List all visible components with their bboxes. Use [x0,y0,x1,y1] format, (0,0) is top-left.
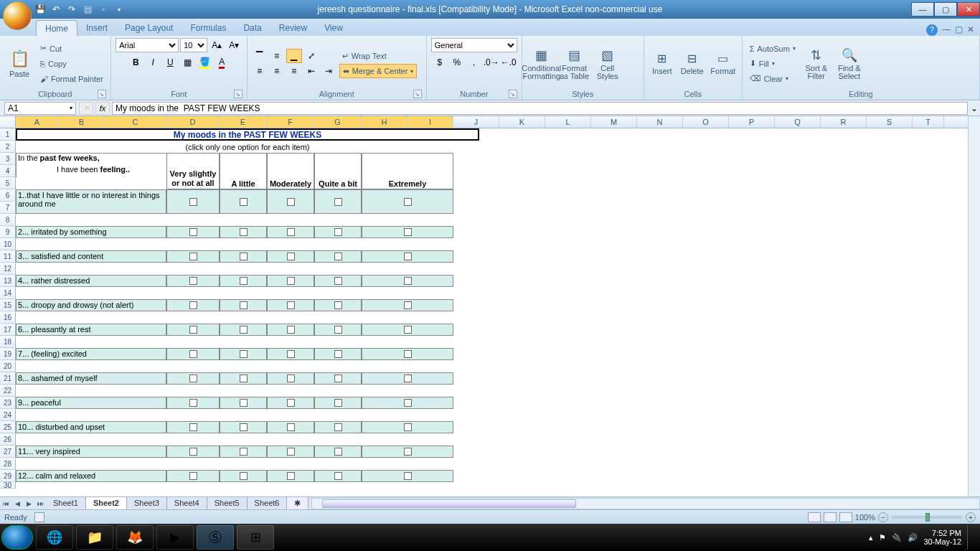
column-header[interactable]: O [683,116,729,128]
option-cell[interactable] [314,470,362,482]
format-as-table-button[interactable]: ▤Format as Table [560,41,590,87]
start-button[interactable] [1,525,33,550]
checkbox[interactable] [334,350,342,358]
option-cell[interactable] [267,250,314,263]
checkbox[interactable] [404,350,412,358]
restore-window-icon[interactable]: ▢ [955,24,963,36]
checkbox[interactable] [189,228,197,236]
align-right-button[interactable]: ≡ [286,64,302,78]
option-cell[interactable] [267,372,314,385]
question-cell[interactable]: 10... disturbed and upset [16,421,166,433]
checkbox[interactable] [189,350,197,358]
checkbox[interactable] [240,198,248,206]
align-top-button[interactable]: ▔ [252,49,268,63]
checkbox[interactable] [189,198,197,206]
alignment-launcher-icon[interactable]: ↘ [413,90,422,98]
column-header[interactable]: F [267,116,314,128]
next-sheet-icon[interactable]: ▶ [23,498,34,509]
row-header[interactable]: 30 [0,482,16,489]
name-box[interactable]: A1▾ [4,102,76,115]
system-clock[interactable]: 7:52 PM 30-May-12 [923,529,961,546]
checkbox[interactable] [404,301,412,309]
option-cell[interactable] [166,421,220,433]
option-cell[interactable] [314,446,362,458]
tab-insert[interactable]: Insert [77,20,116,36]
option-cell[interactable] [166,250,220,263]
option-cell[interactable] [166,189,220,214]
column-header[interactable]: G [314,116,362,128]
undo-icon[interactable]: ↶ [50,4,62,15]
checkbox[interactable] [240,350,248,358]
insert-cells-button[interactable]: ⊞Insert [649,41,676,87]
checkbox[interactable] [334,301,342,309]
option-cell[interactable] [166,372,220,385]
scale-header[interactable]: Extremely [362,153,453,189]
cell-subtitle[interactable]: (click only one option for each item) [16,141,479,153]
minimize-button[interactable]: — [911,2,934,17]
row-header[interactable]: 1 [0,128,16,141]
column-header[interactable]: E [220,116,267,128]
underline-button[interactable]: U [162,55,178,70]
question-cell[interactable]: 2... irritated by something [16,226,166,238]
tab-view[interactable]: View [316,20,352,36]
last-sheet-icon[interactable]: ⏭ [34,498,46,509]
checkbox[interactable] [240,399,248,407]
qat-dropdown-icon[interactable]: ▾ [113,4,125,15]
row-header[interactable]: 13 [0,275,16,287]
sheet-tab[interactable]: Sheet3 [127,497,167,509]
column-header[interactable]: P [729,116,775,128]
new-icon[interactable]: ▫ [98,4,109,15]
option-cell[interactable] [362,372,453,385]
align-middle-button[interactable]: ≡ [269,49,285,63]
row-header[interactable]: 18 [0,336,16,348]
show-desktop-button[interactable] [967,525,974,550]
tab-data[interactable]: Data [235,20,270,36]
merge-center-button[interactable]: ⬌Merge & Center▾ [339,64,418,78]
option-cell[interactable] [166,299,220,311]
tab-page-layout[interactable]: Page Layout [116,20,182,36]
row-header[interactable]: 24 [0,409,16,421]
column-header[interactable]: B [59,116,105,128]
checkbox[interactable] [240,326,248,334]
checkbox[interactable] [240,375,248,382]
close-workbook-icon[interactable]: ✕ [967,24,974,36]
column-header[interactable]: A [16,116,59,128]
option-cell[interactable] [267,189,314,214]
decrease-indent-button[interactable]: ⇤ [303,64,319,78]
question-cell[interactable]: 6... pleasantly at rest [16,324,166,336]
checkbox[interactable] [334,423,342,431]
clear-button[interactable]: ⌫Clear▾ [747,72,798,86]
row-header[interactable]: 10 [0,238,16,250]
row-header[interactable]: 17 [0,324,16,336]
option-cell[interactable] [362,250,453,263]
cell-styles-button[interactable]: ▧Cell Styles [593,41,623,87]
volume-icon[interactable]: 🔊 [908,533,918,542]
redo-icon[interactable]: ↷ [66,4,77,15]
border-button[interactable]: ▦ [179,55,195,70]
option-cell[interactable] [220,446,267,458]
option-cell[interactable] [267,348,314,360]
checkbox[interactable] [287,198,295,206]
format-painter-button[interactable]: 🖌Format Painter [37,72,106,86]
cell[interactable]: In the past few weeks, [16,153,166,165]
italic-button[interactable]: I [145,55,161,70]
grow-font-button[interactable]: A▴ [209,38,225,52]
spreadsheet-grid[interactable]: ABCDEFGHIJKLMNOPQRST 1234567891011121314… [0,116,968,496]
orientation-button[interactable]: ⤢ [303,49,319,63]
option-cell[interactable] [220,189,267,214]
maximize-button[interactable]: ▢ [934,2,957,17]
option-cell[interactable] [267,397,314,409]
checkbox[interactable] [287,277,295,285]
checkbox[interactable] [287,253,295,260]
checkbox[interactable] [189,448,197,456]
option-cell[interactable] [220,275,267,287]
row-header[interactable]: 15 [0,299,16,311]
decrease-decimal-button[interactable]: ←.0 [501,55,517,70]
row-header[interactable]: 6 [0,189,16,202]
checkbox[interactable] [240,301,248,309]
checkbox[interactable] [287,301,295,309]
column-header[interactable]: N [637,116,683,128]
question-cell[interactable]: 11... very inspired [16,446,166,458]
checkbox[interactable] [404,448,412,456]
increase-decimal-button[interactable]: .0→ [484,55,499,70]
